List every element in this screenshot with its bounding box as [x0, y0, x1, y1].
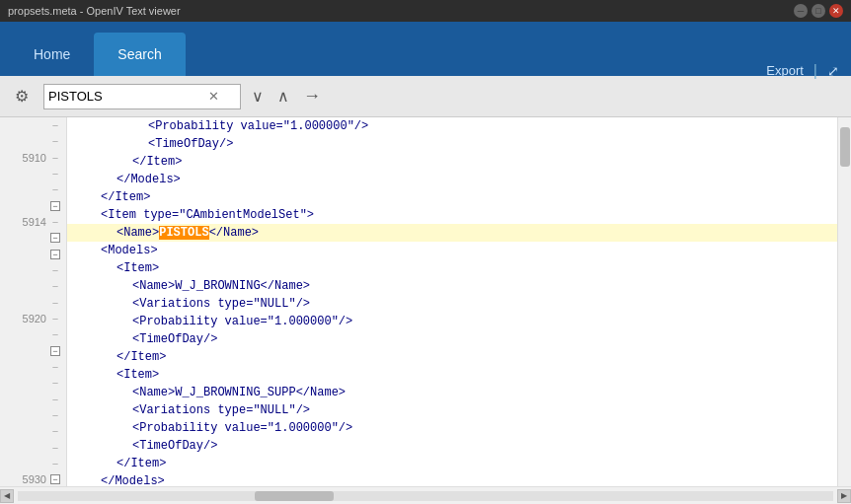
collapse-icon[interactable]: − [50, 201, 60, 211]
gutter-dash: − [50, 394, 60, 405]
xml-content: <Name>W_J_BROWNING_SUPP</Name> [132, 386, 346, 399]
nav-down-button[interactable]: ∨ [249, 87, 267, 106]
xml-content: <Probability value="1.000000"/> [132, 315, 352, 328]
xml-content: </Item> [116, 457, 166, 470]
code-line: </Item> [67, 188, 837, 206]
gutter-dash: − [50, 328, 60, 340]
scroll-right-button[interactable]: ▶ [837, 489, 851, 503]
gutter-row: − [0, 423, 66, 439]
gutter-row: − [0, 262, 66, 278]
gutter-row: − [0, 343, 66, 359]
gutter-row: − [0, 326, 66, 342]
minimize-button[interactable]: ─ [794, 4, 808, 18]
line-number: 5914 [15, 216, 46, 228]
highlighted-text: PISTOLS [159, 226, 208, 240]
gutter-dash: − [50, 458, 60, 469]
collapse-icon[interactable]: − [50, 250, 60, 259]
search-input[interactable] [48, 89, 206, 104]
code-line: <Item> [67, 366, 837, 384]
gutter-dash: − [50, 119, 60, 131]
xml-content: </Item> [116, 350, 166, 364]
gutter-dash: − [50, 280, 60, 292]
collapse-icon[interactable]: − [50, 474, 60, 484]
xml-content: <Item> [116, 368, 159, 382]
gutter-row: − [0, 359, 66, 375]
code-line: <Item> [67, 259, 837, 277]
gutter-dash: − [50, 135, 60, 147]
collapse-icon[interactable]: − [50, 233, 60, 243]
gutter-row: − [0, 198, 66, 214]
xml-tag: </Name> [209, 226, 259, 240]
close-button[interactable]: ✕ [829, 4, 843, 18]
gutter-row: − [0, 247, 66, 262]
vertical-scrollbar[interactable] [837, 117, 851, 504]
code-line: </Item> [67, 455, 837, 472]
gutter-row: − [0, 133, 66, 149]
gutter-row: − [0, 278, 66, 294]
gutter-row: − [0, 295, 66, 311]
gutter-row: − [0, 375, 66, 391]
gutter-dash: − [50, 425, 60, 437]
nav-up-button[interactable]: ∧ [274, 87, 292, 106]
scroll-left-button[interactable]: ◀ [0, 489, 14, 503]
gutter-row: − [0, 407, 66, 423]
code-line: <TimeOfDay/> [67, 135, 837, 153]
xml-content: <Item type="CAmbientModelSet"> [101, 208, 314, 222]
xml-tag: <Name> [116, 226, 159, 240]
tab-bar: Home Search Export | ⤢ [0, 22, 851, 76]
gutter: −−5910−−−−5914−−−−−−5920−−−−−−−−−−5930−− [0, 117, 67, 504]
go-button[interactable]: → [300, 86, 324, 107]
xml-content: </Item> [101, 190, 150, 204]
scrollbar-thumb-h[interactable] [255, 491, 334, 501]
code-line: <Name>W_J_BROWNING</Name> [67, 277, 837, 295]
title-bar: propsets.meta - OpenIV Text viewer ─ □ ✕ [0, 0, 851, 22]
code-line: <Variations type="NULL"/> [67, 401, 837, 419]
gutter-dash: − [50, 313, 60, 324]
code-area[interactable]: <Probability value="1.000000"/><TimeOfDa… [67, 117, 837, 504]
code-line: <Variations type="NULL"/> [67, 295, 837, 313]
collapse-icon[interactable]: − [50, 346, 60, 356]
tab-home[interactable]: Home [10, 33, 94, 76]
code-line: <TimeOfDay/> [67, 437, 837, 455]
scrollbar-thumb-v[interactable] [840, 127, 850, 167]
maximize-button[interactable]: □ [812, 4, 825, 18]
gutter-dash: − [50, 183, 60, 195]
xml-content: </Item> [132, 155, 182, 169]
gutter-row: − [0, 456, 66, 471]
gutter-row: − [0, 166, 66, 181]
gutter-row: − [0, 440, 66, 456]
xml-content: <Variations type="NULL"/> [132, 297, 310, 311]
export-label[interactable]: Export [766, 63, 804, 78]
xml-content: <TimeOfDay/> [132, 332, 217, 346]
search-input-wrapper: ✕ [43, 84, 241, 109]
gutter-dash: − [50, 361, 60, 373]
gutter-dash: − [50, 409, 60, 421]
gutter-row: − [0, 181, 66, 197]
code-line: <Probability value="1.000000"/> [67, 117, 837, 135]
gutter-row: − [0, 117, 66, 133]
xml-content: <Probability value="1.000000"/> [148, 119, 368, 133]
settings-button[interactable]: ⚙ [8, 83, 36, 110]
xml-content: <Variations type="NULL"/> [132, 403, 310, 417]
main-content: −−5910−−−−5914−−−−−−5920−−−−−−−−−−5930−−… [0, 117, 851, 504]
xml-content: <Probability value="1.000000"/> [132, 421, 352, 435]
tab-search[interactable]: Search [94, 33, 185, 76]
h-scrollbar-track[interactable] [18, 491, 833, 501]
line-number: 5910 [15, 152, 46, 164]
xml-content: <Models> [101, 244, 158, 257]
line-number: 5930 [15, 473, 46, 485]
restore-button[interactable]: ⤢ [827, 63, 839, 79]
gutter-row: − [0, 230, 66, 246]
search-bar: ⚙ ✕ ∨ ∧ → [0, 76, 851, 117]
clear-button[interactable]: ✕ [206, 89, 221, 104]
gear-icon: ⚙ [15, 87, 29, 106]
title-bar-text: propsets.meta - OpenIV Text viewer [8, 5, 181, 17]
code-line: <Item type="CAmbientModelSet"> [67, 206, 837, 224]
line-number: 5920 [15, 313, 46, 324]
code-line: </Models> [67, 171, 837, 188]
xml-content: <TimeOfDay/> [132, 439, 217, 453]
gutter-row: 5910− [0, 150, 66, 166]
gutter-dash: − [50, 377, 60, 389]
gutter-dash: − [50, 297, 60, 309]
gutter-dash: − [50, 216, 60, 228]
